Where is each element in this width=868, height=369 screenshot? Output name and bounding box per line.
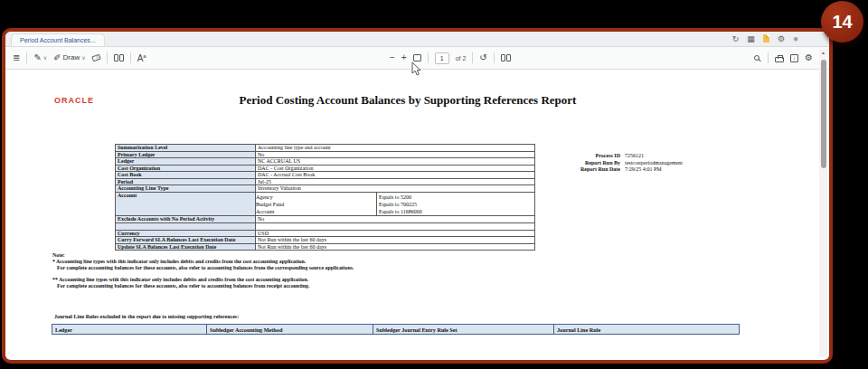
step-badge: 14	[821, 1, 863, 43]
scrollbar-thumb[interactable]	[821, 60, 826, 168]
gear-icon[interactable]: ⚙	[778, 34, 785, 43]
zoom-out-button[interactable]: −	[390, 52, 395, 63]
table-row: Update SLA Balances Last Execution DateN…	[116, 243, 535, 251]
rotate-button[interactable]: ↺	[479, 52, 486, 63]
print-button[interactable]	[775, 54, 784, 62]
table-row: CurrencyUSD	[116, 230, 535, 237]
printer-icon	[775, 57, 784, 62]
note-line: ** Accounting line types with this indic…	[52, 277, 354, 283]
two-page-view-button[interactable]	[114, 54, 124, 62]
vertical-scrollbar[interactable]: ▲	[819, 49, 827, 357]
save-button[interactable]: ↓	[790, 54, 798, 62]
table-row: Exclude Accounts with No Period Activity…	[116, 215, 535, 222]
chevron-down-icon: ∨	[81, 54, 85, 61]
add-text-icon: Aa	[137, 51, 146, 64]
pages-icon	[501, 54, 511, 62]
pdf-viewer-window: Period Account Balances... ↻ ▦ ⚙ ● ≣ ✎ ∨…	[2, 28, 833, 364]
draw-button[interactable]: ✐ Draw ∨	[53, 52, 85, 63]
fit-page-button[interactable]	[413, 54, 421, 62]
table-row: Cost OrganizationDAC - Cost Organization	[116, 165, 535, 172]
gear-icon: ⚙	[805, 52, 813, 63]
toolbar-center-group: − + of 2 ↺	[390, 52, 511, 64]
divider	[130, 52, 131, 63]
rotate-icon: ↺	[479, 52, 486, 63]
toc-icon: ≣	[13, 52, 20, 63]
table-row: Carry Forward SLA Balances Last Executio…	[116, 237, 535, 244]
info-row: Report Run Date7/29/25 4:01 PM	[541, 166, 683, 174]
journal-rules-table: Ledger Subledger Accounting Method Suble…	[52, 324, 740, 335]
table-row: Summarization LevelAccounting line type …	[116, 145, 535, 152]
step-badge-number: 14	[832, 12, 852, 33]
draw-label: Draw	[63, 53, 80, 62]
toolbar-left-group: ≣ ✎ ∨ ✐ Draw ∨ Aa	[13, 51, 146, 64]
highlight-button[interactable]: ✎ ∨	[33, 52, 47, 63]
journal-header-row: Ledger Subledger Accounting Method Suble…	[52, 325, 740, 335]
toc-button[interactable]: ≣	[13, 52, 20, 63]
note-heading: Note:	[52, 252, 354, 259]
divider	[26, 52, 27, 63]
search-icon	[754, 55, 760, 61]
settings-button[interactable]: ⚙	[805, 52, 813, 63]
report-title: Period Costing Account Balances by Suppo…	[5, 93, 810, 108]
minus-icon: −	[390, 52, 395, 63]
tabbar-icon-group: ↻ ▦ ⚙ ●	[732, 33, 798, 43]
fit-page-icon	[413, 54, 421, 62]
plus-icon: +	[401, 52, 407, 63]
info-row: Report Run Bytestcostperiodmanagement	[541, 160, 683, 167]
document-icon[interactable]	[763, 34, 769, 43]
info-row: Process ID7256121	[541, 153, 683, 160]
tab-title: Period Account Balances...	[20, 37, 96, 43]
chevron-down-icon: ∨	[43, 54, 47, 61]
page-number-input[interactable]	[435, 52, 449, 64]
scroll-up-arrow[interactable]: ▲	[819, 49, 827, 57]
note-line: * Accounting line types with this indica…	[52, 259, 354, 265]
divider	[428, 52, 429, 63]
note-line: For complete accounting balances for the…	[52, 265, 354, 271]
toolbar-right-group: ↓ ⚙	[754, 52, 813, 63]
notes-section: Note: * Accounting line types with this …	[52, 252, 354, 289]
two-page-icon	[114, 54, 124, 62]
table-row: Primary LedgerNo	[116, 151, 535, 158]
tab-bar: Period Account Balances... ↻ ▦ ⚙ ●	[5, 32, 829, 47]
divider	[494, 52, 495, 63]
profile-circle-icon[interactable]: ●	[793, 33, 798, 43]
tab-period-account-balances[interactable]: Period Account Balances...	[11, 33, 105, 46]
report-info-block: Process ID7256121 Report Run Bytestcostp…	[541, 153, 683, 174]
pdf-page: ORACLE Period Costing Account Balances b…	[5, 70, 829, 359]
parameters-table: Summarization LevelAccounting line type …	[115, 144, 535, 251]
eraser-icon	[91, 54, 100, 62]
grid-icon[interactable]: ▦	[747, 34, 755, 43]
add-text-button[interactable]: Aa	[137, 51, 146, 64]
highlighter-icon: ✎	[33, 52, 41, 63]
erase-button[interactable]	[92, 55, 100, 61]
table-row: PeriodJul-25	[116, 178, 535, 185]
mouse-cursor	[411, 62, 422, 77]
divider	[768, 52, 769, 63]
page-count-label: of 2	[456, 55, 467, 62]
page-view-button[interactable]	[501, 54, 511, 62]
table-row: Accounting Line TypeInventory Valuation	[116, 185, 535, 193]
note-line: For complete accounting balances for the…	[52, 283, 354, 289]
account-segments: Agency Budget Fund Account Equals to 520…	[256, 193, 534, 215]
divider	[107, 52, 108, 63]
refresh-icon[interactable]: ↻	[732, 34, 740, 43]
zoom-in-button[interactable]: +	[401, 52, 407, 63]
table-row: Cost BookDAC - Accrual Cost Book	[116, 172, 535, 179]
table-row: LedgerNC ACCRUAL US	[116, 158, 535, 166]
search-button[interactable]	[754, 55, 761, 61]
save-icon: ↓	[790, 54, 798, 62]
account-row: Account Agency Budget Fund Account Equal…	[116, 192, 535, 215]
empty-row	[116, 222, 535, 230]
divider	[472, 52, 473, 63]
pen-icon: ✐	[53, 52, 61, 63]
journal-section-title: Journal Line Rules excluded in the repor…	[54, 314, 239, 319]
